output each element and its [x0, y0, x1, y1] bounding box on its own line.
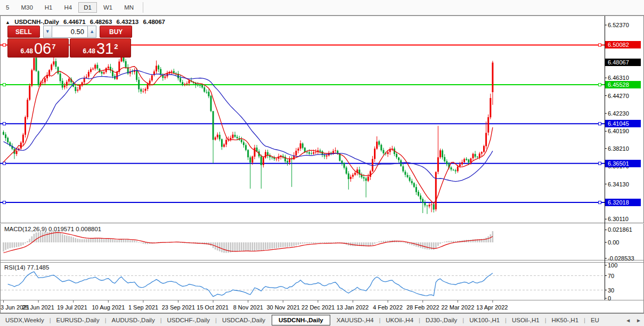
buy-price[interactable]: 6.48 31 2 — [70, 38, 131, 58]
sell-price-point: 7 — [52, 39, 55, 55]
ohlc-low: 6.43213 — [117, 19, 139, 25]
ohlc-close: 6.48067 — [143, 19, 165, 25]
chart-title: ▲ USDCNH-,Daily 6.44671 6.48263 6.43213 … — [5, 19, 165, 25]
tab-scroll-right-icon[interactable]: ► — [633, 316, 644, 324]
tab-eu[interactable]: EU — [585, 315, 605, 325]
tab-scroll-buttons: ◄► — [623, 316, 644, 324]
price-tick-label: 6.44270 — [608, 93, 629, 99]
rsi-label: RSI(14) 77.1485 — [4, 264, 49, 271]
date-label: 15 Oct 2021 — [197, 304, 229, 311]
date-label: 28 Feb 2022 — [406, 304, 439, 311]
date-label: 1 Sep 2021 — [128, 304, 158, 311]
tab-ukoil-h4[interactable]: UKOil-,H4 — [380, 315, 419, 325]
tab-usoil-h1[interactable]: USOil-,H1 — [507, 315, 545, 325]
price-badge: 6.48067 — [605, 59, 641, 66]
macd-axis-label: -0.028533 — [608, 255, 634, 262]
price-badge: 6.41045 — [605, 120, 641, 127]
rsi-axis-label: 100 — [608, 262, 617, 268]
buy-price-pips: 31 — [96, 42, 113, 55]
date-label: 13 Apr 2022 — [476, 304, 508, 311]
date-label: 25 Jun 2021 — [22, 304, 54, 311]
sell-button[interactable]: SELL — [7, 26, 40, 38]
symbol-title: USDCNH-,Daily — [14, 19, 59, 25]
buy-price-base: 6.48 — [83, 47, 95, 55]
tab-usdx-weekly[interactable]: USDX,Weekly — [0, 315, 50, 325]
tab-hk50-h1[interactable]: HK50-,H1 — [547, 315, 584, 325]
price-tick-label: 6.46310 — [608, 75, 629, 81]
tab-audusd-daily[interactable]: AUDUSD-,Daily — [107, 315, 160, 325]
date-label: 10 Aug 2021 — [92, 304, 125, 311]
tab-dj30-daily[interactable]: DJ30-,Daily — [420, 315, 462, 325]
date-label: 13 Jan 2022 — [337, 304, 369, 311]
date-label: 19 Jul 2021 — [57, 304, 87, 311]
tab-usdcnh-daily[interactable]: USDCNH-,Daily — [272, 315, 330, 325]
mt4-window: 5M30H1H4D1W1MN ▲ USDCNH-,Daily 6.44671 6… — [0, 0, 644, 326]
macd-axis-label: 0.021861 — [608, 226, 632, 233]
price-badge: 6.32018 — [605, 199, 641, 206]
tab-usdchf-daily[interactable]: USDCHF-,Daily — [162, 315, 216, 325]
volume-input[interactable] — [52, 26, 87, 38]
date-label: 8 Nov 2021 — [233, 304, 263, 311]
tab-scroll-left-icon[interactable]: ◄ — [623, 316, 633, 324]
sell-price[interactable]: 6.48 06 7 — [7, 38, 69, 58]
sell-price-pips: 06 — [34, 42, 51, 55]
buy-price-point: 2 — [114, 39, 118, 55]
date-label: 30 Nov 2021 — [267, 304, 300, 311]
date-label: 4 Feb 2022 — [373, 304, 403, 311]
price-tick-label: 6.34130 — [608, 181, 629, 188]
price-badge: 6.50082 — [605, 41, 641, 48]
price-badge: 6.45528 — [605, 81, 641, 88]
rsi-axis-label: 30 — [608, 287, 614, 294]
tab-eurusd-daily[interactable]: EURUSD-,Daily — [51, 315, 105, 325]
price-tick-label: 6.38210 — [608, 145, 629, 152]
macd-label: MACD(12,26,9) 0.019571 0.008801 — [4, 226, 101, 232]
volume-increase-button[interactable]: ▲ — [87, 26, 96, 38]
tab-xauusd-h4[interactable]: XAUUSD-,H4 — [331, 315, 379, 325]
date-label: 23 Sep 2021 — [162, 304, 195, 311]
price-tick-label: 6.52370 — [608, 22, 629, 28]
price-tick-label: 6.42230 — [608, 110, 629, 117]
one-click-trading-panel: SELL ▼ ▲ BUY 6.48 06 7 6.48 31 2 — [7, 26, 132, 58]
macd-axis-label: 0.00 — [608, 239, 619, 246]
rsi-axis-label: 0 — [608, 295, 611, 301]
price-tick-label: 6.30110 — [608, 216, 629, 222]
tab-uk100-h1[interactable]: UK100-,H1 — [464, 315, 505, 325]
tab-usdcad-daily[interactable]: USDCAD-,Daily — [217, 315, 271, 325]
chart-tabs-bar: USDX,Weekly|EURUSD-,Daily|AUDUSD-,Daily|… — [0, 313, 644, 326]
buy-button[interactable]: BUY — [100, 26, 132, 38]
sell-price-base: 6.48 — [21, 47, 33, 55]
collapse-arrow-icon[interactable]: ▲ — [5, 20, 10, 25]
chart-window: ▲ USDCNH-,Daily 6.44671 6.48263 6.43213 … — [0, 15, 644, 313]
price-badge: 6.36501 — [605, 160, 641, 167]
volume-decrease-button[interactable]: ▼ — [43, 26, 52, 38]
date-label: 22 Dec 2021 — [301, 304, 335, 311]
ohlc-open: 6.44671 — [63, 19, 86, 25]
date-label: 22 Mar 2022 — [442, 304, 475, 311]
rsi-axis-label: 70 — [608, 273, 614, 279]
price-tick-label: 6.40190 — [608, 128, 629, 134]
ohlc-high: 6.48263 — [90, 19, 112, 25]
